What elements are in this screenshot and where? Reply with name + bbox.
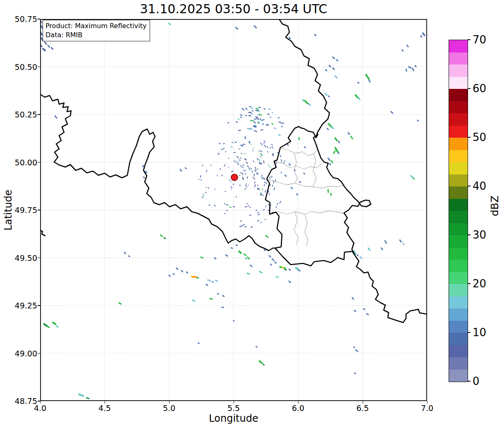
radar-echo	[243, 144, 245, 145]
radar-echo	[265, 235, 268, 238]
radar-echo	[243, 178, 244, 180]
radar-echo	[238, 119, 239, 120]
radar-echo	[206, 170, 207, 172]
radar-echo	[245, 206, 246, 207]
y-tick-mark	[38, 305, 40, 306]
radar-echo	[363, 308, 365, 310]
radar-echo	[222, 295, 225, 296]
radar-echo	[185, 167, 186, 169]
radar-echo	[329, 65, 331, 67]
radar-echo	[268, 114, 270, 114]
radar-echo	[246, 184, 246, 185]
radar-echo	[192, 300, 196, 301]
radar-echo	[208, 280, 211, 281]
radar-echo	[259, 162, 261, 164]
radar-echo	[314, 34, 316, 36]
radar-echo	[291, 187, 293, 189]
radar-echo	[304, 100, 308, 104]
radar-echo	[173, 273, 174, 275]
radar-echo	[48, 45, 50, 48]
x-tick-label: 6.0	[292, 404, 304, 413]
radar-echo	[263, 143, 264, 143]
radar-echo	[257, 212, 259, 213]
radar-echo	[289, 164, 291, 165]
radar-echo	[245, 258, 247, 260]
x-tick-label: 5.5	[227, 404, 240, 413]
radar-echo	[231, 189, 232, 189]
radar-echo	[278, 122, 281, 123]
radar-echo	[44, 42, 47, 45]
y-tick-label: 49.75	[7, 205, 37, 215]
radar-echo	[47, 326, 50, 328]
colorbar-tick-mark	[468, 381, 471, 382]
radar-echo	[160, 235, 163, 237]
radar-echo	[412, 68, 414, 71]
x-axis-label: Longitude	[40, 413, 427, 424]
colorbar-segment	[449, 101, 468, 114]
radar-echo	[253, 148, 254, 148]
radar-echo	[244, 170, 244, 171]
y-tick-label: 48.75	[7, 397, 37, 406]
radar-echo	[338, 152, 339, 154]
radar-echo	[169, 275, 170, 277]
radar-echo	[124, 252, 126, 254]
radar-echo	[215, 280, 218, 281]
colorbar-segment	[449, 186, 468, 199]
radar-echo	[265, 190, 266, 192]
radar-echo	[223, 148, 225, 148]
radar-echo	[239, 175, 240, 176]
radar-echo	[276, 206, 277, 208]
colorbar	[449, 40, 468, 382]
radar-echo	[423, 33, 425, 36]
plot-title: 31.10.2025 03:50 - 03:54 UTC	[40, 2, 427, 16]
radar-echo	[254, 130, 257, 132]
colorbar-tick-label: 10	[473, 326, 486, 339]
radar-echo	[225, 191, 226, 191]
radar-echo	[181, 270, 183, 272]
radar-echo	[352, 297, 354, 299]
radar-echo	[225, 151, 227, 152]
radar-echo	[236, 122, 237, 123]
radar-echo	[262, 189, 263, 190]
radar-echo	[233, 320, 234, 321]
radar-echo	[254, 118, 256, 119]
radar-echo	[325, 69, 327, 71]
radar-echo	[332, 57, 335, 59]
radar-echo	[331, 193, 331, 196]
radar-echo	[281, 123, 284, 124]
radar-echo	[237, 162, 239, 162]
radar-echo	[252, 171, 252, 172]
radar-echo	[360, 256, 361, 258]
colorbar-tick-label: 70	[473, 33, 486, 46]
radar-echo	[198, 343, 199, 344]
colorbar-segment	[449, 308, 468, 321]
radar-echo	[381, 248, 383, 250]
colorbar-segment	[449, 260, 468, 272]
radar-echo	[251, 108, 253, 109]
radar-echo	[176, 268, 178, 270]
radar-echo	[233, 184, 234, 184]
radar-echo	[257, 158, 258, 160]
radar-echo	[366, 313, 369, 315]
radar-echo	[280, 155, 281, 157]
radar-echo	[402, 50, 403, 52]
radar-echo	[243, 225, 245, 225]
radar-echo	[256, 346, 257, 348]
colorbar-segment	[449, 126, 468, 138]
radar-echo	[244, 153, 245, 154]
colorbar-segment	[449, 296, 468, 309]
y-tick-label: 50.50	[7, 62, 37, 72]
radar-echo	[332, 68, 334, 70]
colorbar-segment	[449, 162, 468, 174]
radar-echo	[260, 156, 261, 157]
radar-echo	[265, 206, 266, 207]
x-tick-label: 5.0	[163, 404, 175, 413]
radar-echo	[274, 128, 276, 129]
radar-echo	[278, 117, 279, 118]
radar-echo	[239, 185, 241, 186]
colorbar-tick-label: 50	[473, 131, 486, 143]
radar-echo	[240, 145, 243, 146]
border-france-germany	[356, 256, 427, 322]
radar-echo	[238, 130, 241, 131]
radar-echo	[51, 48, 53, 50]
